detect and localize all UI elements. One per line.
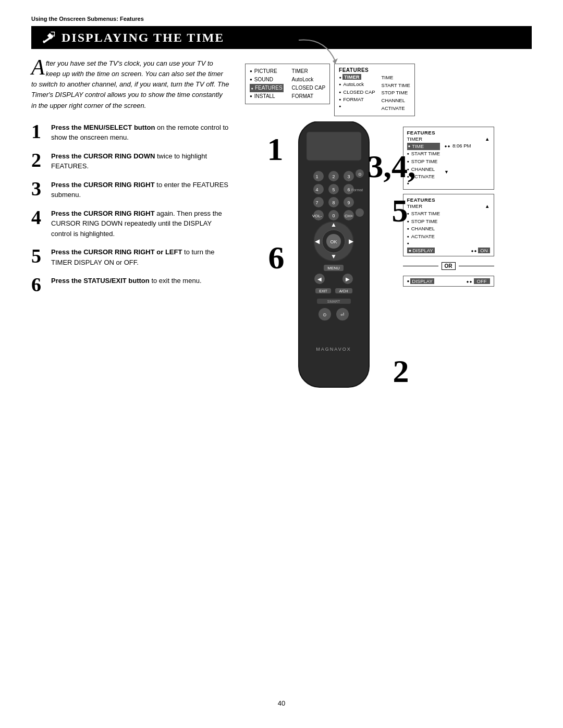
- svg-text:7: 7: [315, 200, 318, 205]
- step-4-number: 4: [31, 207, 46, 227]
- svg-marker-5: [333, 58, 338, 64]
- svg-point-32: [356, 208, 364, 217]
- step-3: 3 Press the CURSOR RING RIGHT to enter t…: [31, 179, 229, 200]
- svg-point-16: [313, 184, 324, 194]
- step-6: 6 Press the STATUS/EXIT button to exit t…: [31, 275, 229, 294]
- svg-text:9: 9: [347, 200, 350, 205]
- svg-text:MAGNAVOX: MAGNAVOX: [316, 347, 351, 352]
- display-off-value-group: ⬥⬥ OFF: [466, 278, 490, 284]
- sp3-display-row: ●DISPLAY ⬥⬥ ON: [407, 248, 490, 253]
- menu-right-timer: TIMER: [292, 67, 325, 76]
- sp3-activate: ●ACTIVATE: [407, 233, 490, 241]
- svg-rect-7: [307, 132, 361, 161]
- main-content: After you have set the TV's clock, you c…: [31, 58, 532, 398]
- step-1-bold: Press the MENU/SELECT button: [51, 124, 155, 131]
- svg-text:4: 4: [315, 187, 318, 192]
- features-panel-1-title: FEATURES: [339, 67, 410, 73]
- step-5: 5 Press the CURSOR RING RIGHT or LEFT to…: [31, 246, 229, 267]
- menu-item-picture: ● PICTURE: [250, 67, 284, 76]
- title-icon: ★: [42, 30, 56, 45]
- sp3-stoptime: ●STOP TIME: [407, 218, 490, 226]
- sp2-content: ●TIME ●START TIME ●STOP TIME ●CHANNEL: [407, 143, 490, 187]
- menu-left-col: ● PICTURE ● SOUND ⬥ FEATURES: [250, 67, 284, 101]
- page-container: Using the Onscreen Submenus: Features ★ …: [0, 0, 563, 728]
- step-2: 2 Press the CURSOR RING DOWN twice to hi…: [31, 150, 229, 171]
- step-2-bold: Press the CURSOR RING DOWN: [51, 152, 155, 160]
- fp1-channel: CHANNEL: [382, 97, 410, 105]
- sp3-sub: TIMER ▲: [407, 203, 490, 209]
- step-1-number: 1: [31, 121, 46, 141]
- page-title-bar: ★ Displaying the Time: [31, 26, 532, 49]
- intro-text: fter you have set the TV's clock, you ca…: [31, 59, 229, 109]
- sp2-sub: TIMER ▲: [407, 136, 490, 142]
- drop-cap: A: [31, 58, 45, 77]
- step-2-content: Press the CURSOR RING DOWN twice to high…: [51, 150, 229, 171]
- svg-text:▲: ▲: [331, 221, 337, 228]
- display-off-label-group: ● DISPLAY: [407, 278, 434, 284]
- fp1-stoptime: STOP TIME: [382, 89, 410, 97]
- center-section: 1 3,4, 5 6 2: [245, 121, 532, 398]
- step-4-bold: Press the CURSOR RING RIGHT: [51, 209, 155, 217]
- svg-text:EXIT: EXIT: [319, 289, 327, 293]
- sp3-starttime: ●START TIME: [407, 210, 490, 218]
- sp3-empty: ●: [407, 241, 490, 246]
- svg-text:SMART: SMART: [327, 300, 340, 303]
- fp1-starttime: START TIME: [382, 82, 410, 90]
- big-number-6: 6: [268, 241, 285, 274]
- or-separator: OR: [403, 262, 494, 270]
- big-number-345: 3,4,: [368, 150, 416, 182]
- big-number-5: 5: [392, 194, 408, 227]
- menu-right-closedcap: CLOSED CAP: [292, 84, 325, 92]
- fp1-autolock: ●AutoLock: [339, 81, 375, 89]
- svg-text:▼: ▼: [331, 253, 337, 260]
- right-column: ● PICTURE ● SOUND ⬥ FEATURES: [245, 58, 532, 398]
- display-off-panel: ● DISPLAY ⬥⬥ OFF: [403, 276, 494, 287]
- svg-point-23: [313, 197, 324, 207]
- svg-text:⏎: ⏎: [340, 312, 345, 317]
- page-number: 40: [278, 699, 285, 707]
- svg-text:1: 1: [315, 174, 318, 179]
- svg-text:OK: OK: [330, 239, 337, 244]
- svg-text:Format: Format: [351, 188, 362, 192]
- step-5-number: 5: [31, 246, 46, 266]
- sp2-title: FEATURES: [407, 130, 490, 135]
- svg-text:◀: ◀: [314, 238, 320, 245]
- step-3-content: Press the CURSOR RING RIGHT to enter the…: [51, 179, 229, 200]
- menu-item-sound: ● SOUND: [250, 76, 284, 84]
- display-off-value: OFF: [474, 278, 490, 284]
- screen-panel-2: FEATURES TIMER ▲ ●TIME ●START TIME: [403, 127, 494, 190]
- or-line-left: [403, 266, 438, 266]
- or-text: OR: [442, 262, 456, 270]
- step-6-text: to exit the menu.: [151, 277, 201, 285]
- right-panels: FEATURES TIMER ▲ ●TIME ●START TIME: [403, 127, 494, 287]
- step-6-number: 6: [31, 275, 46, 294]
- svg-text:VOL-: VOL-: [312, 214, 322, 218]
- top-diagrams: ● PICTURE ● SOUND ⬥ FEATURES: [245, 58, 532, 116]
- display-off-label: DISPLAY: [410, 278, 434, 284]
- sp3-title: FEATURES: [407, 197, 490, 203]
- fp1-right: TIME START TIME STOP TIME CHANNEL ACTIVA…: [382, 74, 410, 113]
- page-title: Displaying the Time: [62, 31, 224, 45]
- menu-right-autolock: AutoLock: [292, 76, 325, 84]
- step-5-bold2: or LEFT: [156, 248, 182, 256]
- screen-panel-3: FEATURES TIMER ▲ ●START TIME ●STOP TIME …: [403, 194, 494, 256]
- step-1: 1 Press the MENU/SELECT button on the re…: [31, 121, 229, 143]
- menu-right-format: FORMAT: [292, 92, 325, 101]
- step-6-content: Press the STATUS/EXIT button to exit the…: [51, 275, 229, 286]
- sp3-content: ●START TIME ●STOP TIME ●CHANNEL ●ACTIVAT…: [407, 210, 490, 253]
- step-1-content: Press the MENU/SELECT button on the remo…: [51, 121, 229, 143]
- svg-text:A/CH: A/CH: [339, 289, 348, 293]
- svg-text:0: 0: [332, 213, 335, 218]
- sp3-display-value: ⬥⬥ ON: [471, 248, 489, 253]
- svg-text:▶: ▶: [346, 276, 350, 282]
- sp3-channel: ●CHANNEL: [407, 225, 490, 233]
- svg-text:★: ★: [52, 32, 55, 36]
- svg-text:◀: ◀: [317, 276, 322, 282]
- sp3-on-value: ON: [478, 248, 489, 253]
- title-icon-svg: ★: [42, 30, 56, 45]
- menu-right-col: TIMER AutoLock CLOSED CAP FORMAT: [292, 67, 325, 101]
- or-line-right: [459, 266, 494, 266]
- menu-item-features: ⬥ FEATURES: [250, 84, 284, 92]
- menu-item-install: ● INSTALL: [250, 92, 284, 101]
- fp1-time: TIME: [382, 74, 410, 82]
